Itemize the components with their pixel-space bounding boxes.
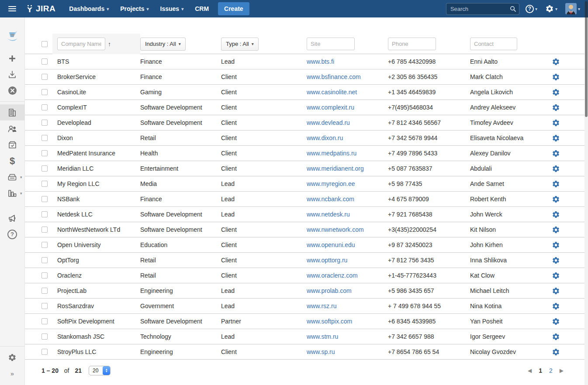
next-page-icon[interactable]: ▶: [560, 368, 564, 374]
row-actions-gear-icon[interactable]: [552, 103, 560, 112]
site-link[interactable]: www.myregion.ee: [307, 180, 355, 187]
row-checkbox[interactable]: [42, 120, 48, 126]
add-icon[interactable]: [0, 50, 25, 66]
sidebar-item-companies[interactable]: [0, 104, 25, 120]
row-actions-gear-icon[interactable]: [552, 119, 560, 127]
row-checkbox[interactable]: [42, 196, 48, 202]
row-checkbox[interactable]: [42, 257, 48, 263]
row-actions-gear-icon[interactable]: [552, 180, 560, 188]
row-actions-gear-icon[interactable]: [552, 149, 560, 158]
row-checkbox[interactable]: [42, 211, 48, 217]
row-actions-gear-icon[interactable]: [552, 348, 560, 356]
row-actions-gear-icon[interactable]: [552, 317, 560, 326]
row-checkbox[interactable]: [42, 303, 48, 309]
nav-projects[interactable]: Projects▾: [114, 0, 154, 17]
row-actions-gear-icon[interactable]: [552, 210, 560, 219]
row-actions-gear-icon[interactable]: [552, 165, 560, 173]
site-link[interactable]: www.bts.fi: [307, 58, 334, 65]
hamburger-menu-icon[interactable]: [0, 0, 24, 17]
scrollbar-track[interactable]: [585, 0, 588, 385]
row-checkbox[interactable]: [42, 227, 48, 233]
site-link[interactable]: www.meridianent.org: [307, 165, 364, 172]
site-link[interactable]: www.rsz.ru: [307, 302, 336, 309]
site-link[interactable]: www.opttorg.ru: [307, 257, 347, 264]
row-actions-gear-icon[interactable]: [552, 241, 560, 249]
page-number-link[interactable]: 2: [549, 367, 553, 374]
site-link[interactable]: www.softpix.com: [307, 318, 352, 325]
site-link[interactable]: www.bsfinance.com: [307, 73, 361, 80]
phone-filter-input[interactable]: [388, 38, 436, 50]
row-checkbox[interactable]: [42, 349, 48, 355]
collapse-sidebar-icon[interactable]: »: [0, 365, 25, 382]
type-filter-dropdown[interactable]: Type : All ▾: [221, 38, 259, 51]
nav-issues[interactable]: Issues▾: [155, 0, 190, 17]
page-size-select[interactable]: 20 ▲▼: [89, 366, 111, 375]
sidebar-item-products[interactable]: [0, 137, 25, 153]
user-profile-menu[interactable]: ▾: [564, 3, 582, 14]
site-link[interactable]: www.openuni.edu: [307, 241, 355, 248]
row-actions-gear-icon[interactable]: [552, 287, 560, 295]
nav-dashboards[interactable]: Dashboards▾: [63, 0, 114, 17]
row-checkbox[interactable]: [42, 104, 48, 110]
jira-logo[interactable]: JIRA: [24, 3, 55, 14]
row-actions-gear-icon[interactable]: [552, 333, 560, 341]
select-all-checkbox[interactable]: [42, 41, 48, 47]
help-menu[interactable]: ? ▾: [524, 5, 539, 13]
search-input[interactable]: [446, 3, 519, 15]
contact-filter-input[interactable]: [470, 38, 517, 50]
sidebar-item-reports[interactable]: ▾: [0, 185, 25, 201]
previous-page-icon[interactable]: ◀: [528, 368, 532, 374]
row-checkbox[interactable]: [42, 242, 48, 248]
create-button[interactable]: Create: [218, 2, 249, 15]
sidebar-item-transactions[interactable]: $: [0, 153, 25, 169]
row-checkbox[interactable]: [42, 318, 48, 324]
site-link[interactable]: www.oraclenz.com: [307, 272, 358, 279]
row-checkbox[interactable]: [42, 272, 48, 278]
sidebar-item-contacts[interactable]: [0, 120, 25, 137]
site-link[interactable]: www.stm.ru: [307, 333, 338, 340]
site-link[interactable]: www.casinolite.net: [307, 89, 357, 96]
site-link[interactable]: www.medpatins.ru: [307, 150, 356, 157]
row-checkbox[interactable]: [42, 150, 48, 156]
row-checkbox[interactable]: [42, 135, 48, 141]
row-checkbox[interactable]: [42, 58, 48, 65]
row-checkbox[interactable]: [42, 89, 48, 95]
site-link[interactable]: www.prolab.com: [307, 287, 352, 294]
row-actions-gear-icon[interactable]: [552, 195, 560, 203]
industry-filter-dropdown[interactable]: Industry : All ▾: [140, 38, 186, 51]
import-icon[interactable]: [0, 66, 25, 82]
sort-ascending-icon[interactable]: ↑: [108, 41, 111, 48]
nav-crm[interactable]: CRM: [189, 0, 214, 17]
row-checkbox[interactable]: [42, 165, 48, 172]
site-link[interactable]: www.netdesk.ru: [307, 211, 350, 218]
site-link[interactable]: www.devlead.ru: [307, 119, 350, 126]
sidebar-item-print[interactable]: ▾: [0, 169, 25, 185]
scrollbar-thumb[interactable]: [585, 1, 588, 117]
row-checkbox[interactable]: [42, 333, 48, 340]
site-link[interactable]: www.ncbank.com: [307, 196, 354, 203]
crm-plugin-logo-icon[interactable]: [0, 29, 25, 45]
row-actions-gear-icon[interactable]: [552, 73, 560, 81]
site-link[interactable]: www.nwnetwork.com: [307, 226, 364, 233]
row-actions-gear-icon[interactable]: [552, 272, 560, 280]
row-actions-gear-icon[interactable]: [552, 226, 560, 234]
row-actions-gear-icon[interactable]: [552, 302, 560, 310]
row-actions-gear-icon[interactable]: [552, 58, 560, 66]
row-checkbox[interactable]: [42, 181, 48, 187]
row-actions-gear-icon[interactable]: [552, 134, 560, 142]
page-number-current[interactable]: 1: [539, 367, 542, 374]
row-checkbox[interactable]: [42, 288, 48, 294]
announcement-icon[interactable]: [0, 210, 25, 226]
row-actions-gear-icon[interactable]: [552, 256, 560, 265]
site-link[interactable]: www.dixon.ru: [307, 134, 343, 141]
help-icon[interactable]: ?: [0, 226, 25, 242]
settings-icon[interactable]: [0, 349, 25, 365]
admin-settings-menu[interactable]: ▾: [543, 4, 559, 13]
site-link[interactable]: www.sp.ru: [307, 348, 335, 355]
row-actions-gear-icon[interactable]: [552, 88, 560, 96]
row-checkbox[interactable]: [42, 74, 48, 80]
site-link[interactable]: www.complexit.ru: [307, 104, 354, 111]
cancel-circle-icon[interactable]: [0, 82, 25, 99]
company-name-filter-input[interactable]: [57, 38, 105, 50]
site-filter-input[interactable]: [307, 38, 355, 50]
